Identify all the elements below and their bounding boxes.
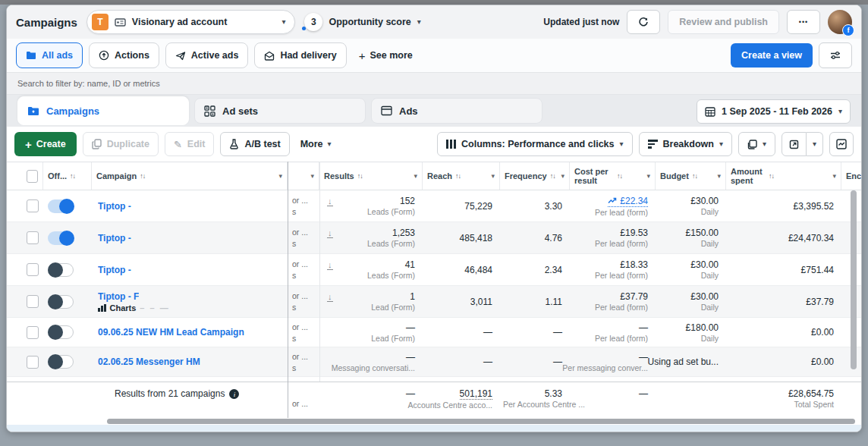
export-button-group: ▾ xyxy=(782,132,823,156)
chips-right-group: Create a view xyxy=(731,42,852,68)
tab-ad-sets[interactable]: Ad sets xyxy=(194,98,366,124)
select-all-checkbox[interactable] xyxy=(27,170,38,183)
ab-test-button[interactable]: A/B test xyxy=(220,132,289,156)
filter-chip-active-ads[interactable]: Active ads xyxy=(165,42,249,68)
reach-cell: 46,484 xyxy=(423,254,500,285)
review-and-publish-button[interactable]: Review and publish xyxy=(668,10,779,34)
avatar[interactable]: f xyxy=(828,10,852,34)
charts-action[interactable]: Charts xyxy=(110,303,137,313)
header-results[interactable]: Results↑↓▾ xyxy=(319,162,423,190)
tab-ads[interactable]: Ads xyxy=(371,98,542,124)
header-campaign[interactable]: Campaign↑↓▾ xyxy=(92,162,288,190)
bottom-accent-strip xyxy=(7,425,862,432)
filter-caret-icon[interactable]: ▾ xyxy=(278,173,282,180)
header-amount-spent[interactable]: Amount spent↑↓▾ xyxy=(726,162,841,190)
opportunity-score-dropdown[interactable]: 3 Opportunity score ▾ xyxy=(304,13,420,31)
see-more-button[interactable]: + See more xyxy=(353,49,419,62)
campaign-link[interactable]: Tiptop - xyxy=(98,201,131,212)
info-icon[interactable]: i xyxy=(229,389,239,399)
table-row[interactable]: Tiptop - or ...s ↓41Leads (Form) 46,484 … xyxy=(7,254,861,286)
tab-campaigns[interactable]: Campaigns xyxy=(17,96,189,125)
tab-label: Ad sets xyxy=(222,105,258,117)
filter-caret-icon[interactable]: ▾ xyxy=(717,173,721,180)
row-checkbox[interactable] xyxy=(27,326,39,339)
folder-icon xyxy=(26,51,36,60)
cost-trend-link[interactable]: £22.34 xyxy=(608,196,648,207)
more-dropdown[interactable]: More ▾ xyxy=(296,139,336,149)
header-cost-per-result[interactable]: Cost per result↑↓▾ xyxy=(570,162,656,190)
table-row[interactable]: Tiptop - or ...s ↓152Leads (Form) 75,229… xyxy=(7,190,861,222)
row-checkbox[interactable] xyxy=(27,199,39,212)
export-button[interactable] xyxy=(782,132,807,156)
more-options-button[interactable]: ••• xyxy=(787,10,820,34)
table-row[interactable]: Tiptop - F Charts – – — or ...s ↓1Lead (… xyxy=(7,286,861,318)
edit-button[interactable]: ✎ Edit xyxy=(165,132,215,156)
campaign-toggle[interactable] xyxy=(48,263,74,277)
export-options-button[interactable]: ▾ xyxy=(807,132,823,156)
refresh-button[interactable] xyxy=(627,10,660,34)
header-frequency[interactable]: Frequency↑↓▾ xyxy=(500,162,570,190)
frozen-column-divider xyxy=(288,162,288,418)
filter-caret-icon[interactable]: ▾ xyxy=(646,173,650,180)
search-filter-bar[interactable]: Search to filter by: name, ID or metrics xyxy=(7,72,861,95)
filter-caret-icon[interactable]: ▾ xyxy=(310,173,314,180)
campaign-toggle[interactable] xyxy=(48,355,74,369)
row-checkbox[interactable] xyxy=(27,263,39,276)
campaign-link[interactable]: 02.06.25 Messenger HM xyxy=(98,356,200,367)
truncated-text: or ... xyxy=(292,291,308,300)
filter-chip-actions[interactable]: Actions xyxy=(89,42,159,68)
campaign-link[interactable]: Tiptop - xyxy=(98,233,131,243)
campaign-toggle[interactable] xyxy=(48,231,74,245)
filter-chip-had-delivery[interactable]: Had delivery xyxy=(254,42,346,68)
chevron-down-icon: ▾ xyxy=(328,140,332,148)
header-ends[interactable]: Enc xyxy=(841,162,862,190)
filter-chip-all-ads[interactable]: All ads xyxy=(16,42,83,68)
filter-caret-icon[interactable]: ▾ xyxy=(561,173,565,180)
header-off[interactable]: Off...↑↓ xyxy=(43,162,92,190)
duplicate-button[interactable]: Duplicate xyxy=(83,132,159,156)
campaign-toggle[interactable] xyxy=(48,199,74,213)
see-more-label: See more xyxy=(370,50,412,61)
download-icon[interactable]: ↓ xyxy=(327,261,333,270)
summary-spent-sub: Total Spent xyxy=(794,400,834,409)
campaign-toggle[interactable] xyxy=(48,295,74,309)
reports-dropdown[interactable]: ▾ xyxy=(738,132,775,156)
row-checkbox[interactable] xyxy=(27,356,39,369)
truncated-cell: or ...s xyxy=(288,318,319,347)
filter-caret-icon[interactable]: ▾ xyxy=(414,173,417,180)
table-row[interactable]: Tiptop - or ...s ↓1,253Leads (Form) 485,… xyxy=(7,222,861,254)
charts-panel-button[interactable] xyxy=(829,132,854,156)
header-budget[interactable]: Budget↑↓▾ xyxy=(656,162,726,190)
envelope-open-icon xyxy=(264,51,275,61)
vertical-scrollbar[interactable] xyxy=(851,190,857,369)
campaign-toggle[interactable] xyxy=(48,325,74,339)
campaign-link[interactable]: Tiptop - F xyxy=(98,291,139,302)
truncated-text: or ... xyxy=(292,259,308,269)
breakdown-dropdown[interactable]: Breakdown ▾ xyxy=(639,132,732,156)
table-row[interactable]: 09.06.25 NEW HM Lead Campaign or ...s —L… xyxy=(7,318,861,347)
header-reach[interactable]: Reach↑↓▾ xyxy=(423,162,500,190)
results-sub: Leads (Form) xyxy=(367,239,415,248)
filter-caret-icon[interactable]: ▾ xyxy=(832,173,836,180)
header-truncated-column[interactable]: ▾ xyxy=(288,162,319,190)
download-icon[interactable]: ↓ xyxy=(327,229,333,238)
campaign-link[interactable]: Tiptop - xyxy=(98,265,131,275)
date-range-picker[interactable]: 1 Sep 2025 - 11 Feb 2026 ▾ xyxy=(697,99,851,124)
create-button[interactable]: + Create xyxy=(14,132,77,156)
campaign-link[interactable]: 09.06.25 NEW HM Lead Campaign xyxy=(98,327,244,338)
table-row[interactable]: 02.06.25 Messenger HM or ...s —Messaging… xyxy=(7,347,861,377)
view-settings-button[interactable] xyxy=(819,42,852,68)
horizontal-scrollbar[interactable] xyxy=(107,419,855,424)
columns-dropdown[interactable]: Columns: Performance and clicks ▾ xyxy=(437,132,632,156)
results-value: 1,253 xyxy=(392,228,415,238)
frequency-cell: — xyxy=(500,318,570,347)
summary-reach[interactable]: 501,191 xyxy=(460,388,492,400)
download-icon[interactable]: ↓ xyxy=(327,197,333,206)
row-checkbox[interactable] xyxy=(27,295,39,308)
download-icon[interactable]: ↓ xyxy=(327,293,333,302)
row-checkbox[interactable] xyxy=(27,231,39,244)
trend-line-icon xyxy=(608,197,617,204)
ad-account-selector[interactable]: T Visionary ad account ▾ xyxy=(86,10,296,34)
filter-caret-icon[interactable]: ▾ xyxy=(491,173,495,180)
create-a-view-button[interactable]: Create a view xyxy=(731,43,813,68)
